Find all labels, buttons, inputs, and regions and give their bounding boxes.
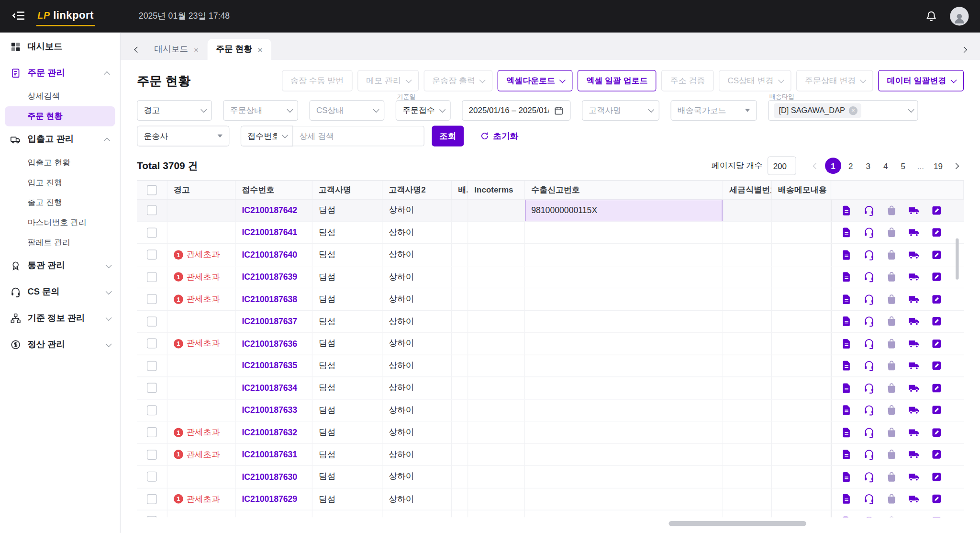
- toolbar-excel-bulk-upload-button[interactable]: 엑셀 일괄 업로드: [578, 70, 657, 91]
- toolbar-waybill-print-button[interactable]: 운송장 출력: [423, 70, 492, 91]
- toolbar-invoice-manual-issue-button[interactable]: 송장 수동 발번: [282, 70, 353, 91]
- file-icon[interactable]: [841, 204, 853, 216]
- search-type-select[interactable]: 접수번호: [241, 126, 293, 147]
- truck-icon[interactable]: [908, 493, 920, 505]
- sidebar-item-dashboard[interactable]: 대시보드: [0, 34, 120, 60]
- file-icon[interactable]: [841, 426, 853, 438]
- logo[interactable]: LP linkport: [36, 7, 95, 26]
- row-checkbox[interactable]: [147, 494, 157, 504]
- pagination-page-19[interactable]: 19: [930, 158, 947, 174]
- package-icon[interactable]: [886, 316, 898, 328]
- support-headset-icon[interactable]: [863, 426, 875, 438]
- tab-scroll-left[interactable]: [128, 39, 146, 60]
- support-headset-icon[interactable]: [863, 249, 875, 261]
- file-icon[interactable]: [841, 493, 853, 505]
- sidebar-item-settlement-management[interactable]: 정산 관리: [0, 331, 120, 358]
- edit-icon[interactable]: [931, 426, 943, 438]
- truck-icon[interactable]: [908, 227, 920, 238]
- support-headset-icon[interactable]: [863, 449, 875, 461]
- support-headset-icon[interactable]: [863, 204, 875, 216]
- per-page-input[interactable]: [768, 157, 796, 175]
- toolbar-memo-manage-button[interactable]: 메모 관리: [357, 70, 419, 91]
- package-icon[interactable]: [886, 204, 898, 216]
- customer-filter[interactable]: 고객사명: [582, 100, 659, 121]
- country-code-filter[interactable]: 배송국가코드: [670, 100, 757, 121]
- remove-tag-icon[interactable]: ×: [849, 106, 858, 114]
- order-number-link[interactable]: IC2100187638: [242, 295, 297, 304]
- edit-icon[interactable]: [931, 227, 943, 238]
- support-headset-icon[interactable]: [863, 515, 875, 517]
- sidebar-subitem-pallet[interactable]: 팔레트 관리: [5, 233, 115, 253]
- sidebar-subitem-outbound-progress[interactable]: 출고 진행: [5, 193, 115, 213]
- support-headset-icon[interactable]: [863, 360, 875, 372]
- support-headset-icon[interactable]: [863, 493, 875, 505]
- edit-icon[interactable]: [931, 471, 943, 483]
- truck-icon[interactable]: [908, 338, 920, 350]
- notifications-bell-icon[interactable]: [925, 10, 937, 23]
- edit-icon[interactable]: [931, 404, 943, 416]
- package-icon[interactable]: [886, 382, 898, 394]
- edit-icon[interactable]: [931, 271, 943, 283]
- edit-icon[interactable]: [931, 338, 943, 350]
- package-icon[interactable]: [886, 249, 898, 261]
- order-number-link[interactable]: IC2100187630: [242, 472, 297, 482]
- reset-button[interactable]: 초기화: [480, 130, 518, 142]
- detail-search-input[interactable]: [293, 126, 424, 147]
- edit-icon[interactable]: [931, 449, 943, 461]
- truck-icon[interactable]: [908, 515, 920, 517]
- toolbar-data-bulk-change-button[interactable]: 데이터 일괄변경: [879, 70, 964, 91]
- toolbar-address-verify-button[interactable]: 주소 검증: [661, 70, 713, 91]
- package-icon[interactable]: [886, 271, 898, 283]
- file-icon[interactable]: [841, 249, 853, 261]
- order-number-link[interactable]: IC2100187640: [242, 250, 297, 260]
- truck-icon[interactable]: [908, 471, 920, 483]
- horizontal-scrollbar-thumb[interactable]: [669, 521, 806, 526]
- shipping-type-filter[interactable]: [D] SAGAWA_DAP×: [768, 100, 918, 121]
- pagination-next[interactable]: [947, 158, 964, 174]
- toolbar-excel-download-button[interactable]: 엑셀다운로드: [498, 70, 573, 91]
- edit-icon[interactable]: [931, 515, 943, 517]
- truck-icon[interactable]: [908, 316, 920, 328]
- tab-order-status[interactable]: 주문 현황 ×: [207, 39, 271, 60]
- user-avatar[interactable]: [950, 7, 969, 25]
- row-checkbox[interactable]: [147, 249, 157, 260]
- support-headset-icon[interactable]: [863, 271, 875, 283]
- truck-icon[interactable]: [908, 271, 920, 283]
- package-icon[interactable]: [886, 515, 898, 517]
- search-button[interactable]: 조회: [432, 126, 464, 147]
- order-number-link[interactable]: IC2100187642: [242, 205, 297, 215]
- sidebar-subitem-master-number[interactable]: 마스터번호 관리: [5, 213, 115, 233]
- date-range-filter[interactable]: 2025/01/16 – 2025/01/23: [462, 100, 570, 121]
- order-number-link[interactable]: IC2100187633: [242, 406, 297, 415]
- order-number-link[interactable]: IC2100187629: [242, 494, 297, 504]
- pagination-page-5[interactable]: 5: [895, 158, 911, 174]
- edit-icon[interactable]: [931, 204, 943, 216]
- file-icon[interactable]: [841, 227, 853, 238]
- row-checkbox[interactable]: [147, 405, 157, 415]
- truck-icon[interactable]: [908, 204, 920, 216]
- row-checkbox[interactable]: [147, 205, 157, 215]
- edit-icon[interactable]: [931, 360, 943, 372]
- order-number-link[interactable]: IC2100187641: [242, 228, 297, 238]
- truck-icon[interactable]: [908, 360, 920, 372]
- row-checkbox[interactable]: [147, 450, 157, 460]
- package-icon[interactable]: [886, 338, 898, 350]
- toolbar-cs-status-change-button[interactable]: CS상태 변경: [719, 70, 791, 91]
- support-headset-icon[interactable]: [863, 293, 875, 305]
- file-icon[interactable]: [841, 293, 853, 305]
- sidebar-subitem-inout-status[interactable]: 입출고 현황: [5, 153, 115, 173]
- row-checkbox[interactable]: [147, 272, 157, 282]
- row-checkbox[interactable]: [147, 516, 157, 517]
- pagination-page-2[interactable]: 2: [843, 158, 859, 174]
- select-all-checkbox[interactable]: [147, 185, 157, 195]
- file-icon[interactable]: [841, 449, 853, 461]
- file-icon[interactable]: [841, 271, 853, 283]
- vertical-scrollbar-thumb[interactable]: [956, 238, 959, 280]
- order-number-link[interactable]: IC2100187639: [242, 272, 297, 282]
- sidebar-item-customs-management[interactable]: 통관 관리: [0, 253, 120, 279]
- row-checkbox[interactable]: [147, 427, 157, 437]
- tab-scroll-right[interactable]: [955, 39, 973, 60]
- sidebar-subitem-detail-search[interactable]: 상세검색: [5, 86, 115, 106]
- package-icon[interactable]: [886, 471, 898, 483]
- file-icon[interactable]: [841, 515, 853, 517]
